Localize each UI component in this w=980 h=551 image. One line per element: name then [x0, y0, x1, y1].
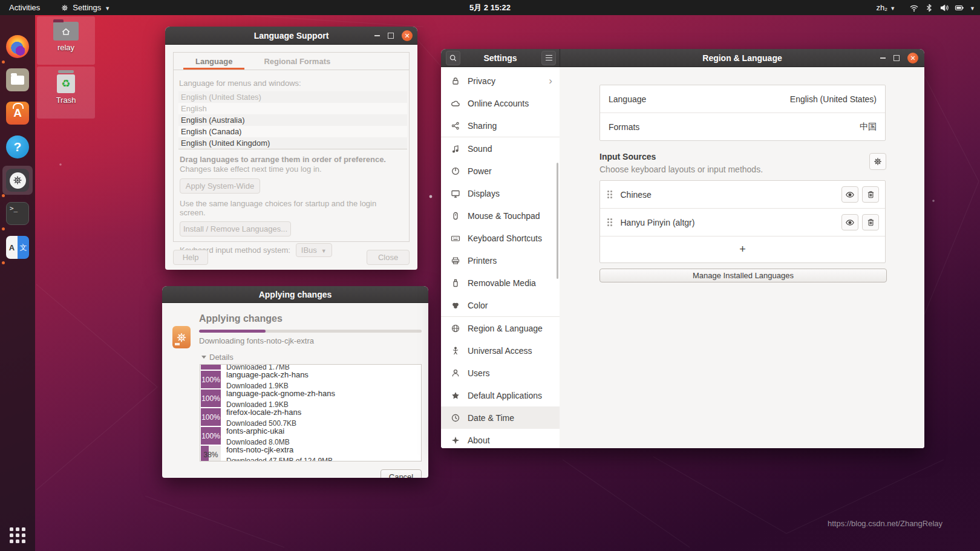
running-indicator	[2, 194, 5, 197]
hamburger-menu-button[interactable]	[541, 51, 556, 65]
gear-icon	[60, 4, 69, 12]
cancel-button[interactable]: Cancel	[381, 469, 422, 478]
sidebar-item-removable-media[interactable]: Removable Media	[441, 272, 560, 294]
maximize-button[interactable]	[893, 55, 900, 61]
dialog-titlebar[interactable]: Applying changes	[162, 286, 428, 303]
input-source-row-hanyu-pinyin[interactable]: Hanyu Pinyin (altgr)	[600, 208, 885, 236]
download-row: 100% language-pack-gnome-zh-hansDownload…	[200, 389, 421, 408]
activities-button[interactable]: Activities	[9, 3, 40, 12]
install-remove-languages-button[interactable]: Install / Remove Languages...	[180, 221, 291, 236]
language-list-item[interactable]: English	[178, 103, 407, 114]
sidebar-item-about[interactable]: About	[441, 429, 560, 448]
sidebar-item-privacy[interactable]: Privacy ›	[441, 70, 560, 92]
dock-item-ubuntu-software[interactable]: A	[6, 102, 29, 125]
remove-source-button[interactable]	[862, 214, 879, 230]
help-button[interactable]: Help	[173, 250, 208, 265]
menus-windows-label: Language for menus and windows:	[179, 79, 404, 88]
close-button[interactable]: ✕	[907, 53, 918, 64]
cloud-icon	[451, 99, 460, 108]
bluetooth-icon[interactable]	[924, 3, 934, 13]
maximize-button[interactable]	[388, 33, 394, 39]
dock-item-terminal[interactable]: >_	[6, 202, 29, 225]
sidebar-item-label: Removable Media	[468, 278, 536, 288]
add-input-source-button[interactable]: +	[600, 236, 885, 262]
details-expander[interactable]: Details	[201, 353, 422, 362]
sidebar-item-label: Universal Access	[468, 346, 532, 356]
lock-icon	[451, 76, 460, 86]
language-list[interactable]: English (United States) English English …	[178, 91, 407, 149]
language-list-item[interactable]: English (Australia)	[178, 114, 407, 126]
input-sources-options-button[interactable]	[869, 153, 886, 170]
sidebar-item-printers[interactable]: Printers	[441, 249, 560, 272]
sidebar-item-keyboard-shortcuts[interactable]: Keyboard Shortcuts	[441, 227, 560, 249]
formats-row[interactable]: Formats 中国	[600, 112, 885, 140]
ime-dropdown[interactable]: IBus ▼	[296, 243, 332, 257]
trash-icon	[866, 218, 875, 227]
mouse-icon	[451, 211, 460, 221]
language-list-item[interactable]: English (United States)	[178, 91, 407, 103]
desktop-icon-relay[interactable]: relay	[37, 16, 95, 65]
sidebar-item-power[interactable]: Power	[441, 160, 560, 182]
input-sources-heading: Input Sources	[599, 152, 656, 161]
sidebar-item-default-applications[interactable]: Default Applications	[441, 384, 560, 406]
recycle-glyph: ♻	[61, 77, 70, 90]
minimize-button[interactable]	[374, 35, 380, 36]
remove-source-button[interactable]	[862, 186, 879, 203]
preview-layout-button[interactable]	[841, 214, 858, 230]
dock-item-settings[interactable]	[6, 169, 29, 192]
wifi-icon[interactable]	[909, 3, 919, 13]
close-window-button[interactable]: Close	[367, 250, 410, 265]
tab-language[interactable]: Language	[182, 53, 246, 70]
chevron-down-icon[interactable]: ▼	[970, 5, 975, 11]
desktop-icon-trash[interactable]: ♻ Trash	[37, 67, 95, 119]
apply-system-wide-button[interactable]: Apply System-Wide	[180, 178, 260, 194]
clock[interactable]: 5月 2 15:22	[469, 2, 511, 13]
sidebar-item-online-accounts[interactable]: Online Accounts	[441, 92, 560, 114]
language-row[interactable]: Language English (United States)	[600, 85, 885, 112]
dock-item-language-support[interactable]: A文	[6, 236, 29, 259]
language-list-item[interactable]: English (Canada)	[178, 126, 407, 137]
drag-handle-icon[interactable]	[607, 218, 612, 226]
cjk-glyph: 文	[18, 236, 29, 259]
sidebar-scrollbar[interactable]	[557, 163, 558, 279]
applying-changes-dialog: Applying changes Applying changes Downlo…	[162, 286, 428, 478]
drag-hint-title: Drag languages to arrange them in order …	[180, 155, 404, 164]
show-applications-button[interactable]	[10, 527, 25, 543]
app-menu-button[interactable]: Settings ▼	[60, 3, 110, 12]
sidebar-item-users[interactable]: Users	[441, 362, 560, 384]
panel-title: Region & Language	[560, 53, 924, 63]
desktop-icon-label: Trash	[56, 96, 76, 105]
drag-hint-body: Changes take effect next time you log in…	[180, 165, 404, 174]
download-details-list[interactable]: Downloaded 1.7MB 100% language-pack-zh-h…	[200, 364, 422, 461]
language-list-item[interactable]: English (United Kingdom)	[178, 137, 407, 149]
close-button[interactable]: ✕	[402, 30, 413, 41]
minimize-button[interactable]	[880, 57, 886, 59]
sidebar-item-mouse-touchpad[interactable]: Mouse & Touchpad	[441, 204, 560, 227]
gear-icon	[175, 331, 188, 344]
input-source-indicator[interactable]: zh₂ ▼	[876, 3, 895, 12]
sidebar-item-date-time[interactable]: Date & Time	[441, 406, 560, 429]
dock-item-help[interactable]: ?	[6, 135, 29, 158]
input-source-row-chinese[interactable]: Chinese	[600, 181, 885, 208]
tab-regional-formats[interactable]: Regional Formats	[250, 53, 344, 70]
folder-icon	[11, 76, 24, 85]
sidebar-item-sound[interactable]: Sound	[441, 137, 560, 160]
battery-icon[interactable]	[955, 3, 964, 13]
globe-icon	[451, 324, 460, 333]
sidebar-item-region-language[interactable]: Region & Language	[441, 317, 560, 339]
volume-icon[interactable]	[939, 3, 949, 13]
drag-handle-icon[interactable]	[607, 191, 612, 198]
sidebar-item-color[interactable]: Color	[441, 294, 560, 316]
manage-installed-languages-button[interactable]: Manage Installed Languages	[599, 269, 887, 282]
sidebar-item-universal-access[interactable]: Universal Access	[441, 339, 560, 362]
search-button[interactable]	[446, 51, 460, 65]
preview-layout-button[interactable]	[841, 186, 858, 203]
settings-headerbar[interactable]: Settings Region & Language ✕	[441, 49, 924, 67]
sidebar-item-displays[interactable]: Displays	[441, 182, 560, 204]
input-sources-card: Chinese Hanyu Pinyin (altgr)	[599, 180, 886, 263]
dock-item-files[interactable]	[6, 68, 29, 91]
dock-item-firefox[interactable]	[6, 35, 29, 58]
sidebar-item-sharing[interactable]: Sharing	[441, 114, 560, 137]
language-support-titlebar[interactable]: Language Support ✕	[165, 27, 417, 45]
sidebar-item-label: Printers	[468, 256, 497, 266]
